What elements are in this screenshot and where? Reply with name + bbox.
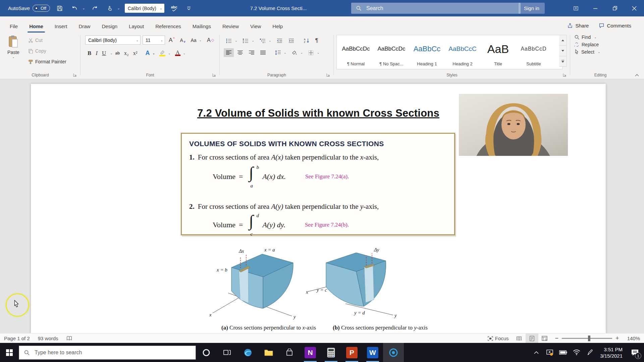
onenote-button[interactable]: N: [300, 343, 321, 362]
close-button[interactable]: [625, 0, 644, 16]
bullets-button[interactable]: ⌄: [224, 36, 239, 45]
zoom-slider-thumb[interactable]: [588, 336, 590, 341]
paragraph-dialog-launcher[interactable]: [326, 73, 330, 77]
tab-references[interactable]: References: [150, 19, 187, 33]
multilevel-list-button[interactable]: ⌄: [258, 36, 273, 45]
numbering-button[interactable]: ⌄: [241, 36, 256, 45]
web-layout-button[interactable]: [538, 334, 551, 343]
proofing-status[interactable]: [62, 334, 76, 343]
decrease-indent-button[interactable]: [275, 36, 285, 45]
task-view-button[interactable]: [217, 343, 237, 362]
tab-review[interactable]: Review: [217, 19, 245, 33]
cortana-button[interactable]: [196, 343, 217, 362]
comments-button[interactable]: Comments: [595, 21, 635, 30]
restore-button[interactable]: [605, 0, 625, 16]
undo-dropdown[interactable]: ⌄: [82, 6, 85, 10]
line-spacing-button[interactable]: ⌄: [273, 48, 288, 57]
tab-mailings[interactable]: Mailings: [187, 19, 217, 33]
ribbon-display-options-button[interactable]: [566, 0, 586, 16]
tab-help[interactable]: Help: [267, 19, 288, 33]
touch-mode-button[interactable]: [105, 3, 115, 13]
tab-design[interactable]: Design: [96, 19, 123, 33]
file-explorer-button[interactable]: [258, 343, 279, 362]
zoom-in-button[interactable]: +: [615, 334, 623, 343]
undo-button[interactable]: [69, 3, 79, 13]
style-heading2[interactable]: AaBbCcC Heading 2: [445, 37, 480, 68]
sort-button[interactable]: AZ: [302, 36, 312, 45]
justify-button[interactable]: [258, 48, 268, 57]
clipboard-dialog-launcher[interactable]: [73, 73, 77, 77]
text-effects-button[interactable]: A⌄: [144, 49, 157, 58]
tray-battery[interactable]: [556, 343, 570, 362]
clear-formatting-button[interactable]: A◇: [205, 36, 216, 44]
word-button[interactable]: W: [362, 343, 383, 362]
autosave-toggle[interactable]: AutoSave Off: [8, 5, 50, 12]
style-title[interactable]: AaB Title: [481, 37, 515, 68]
tray-sync-status[interactable]: [543, 343, 556, 362]
style-normal[interactable]: AaBbCcDc ¶ Normal: [339, 37, 373, 68]
style-no-spacing[interactable]: AaBbCcDc ¶ No Spac...: [374, 37, 409, 68]
tab-layout[interactable]: Layout: [123, 19, 150, 33]
sign-in-button[interactable]: Sign in: [519, 3, 545, 14]
powerpoint-button[interactable]: P: [341, 343, 362, 362]
font-dialog-launcher[interactable]: [212, 73, 216, 77]
italic-button[interactable]: I: [94, 49, 99, 58]
tray-wifi[interactable]: [570, 343, 583, 362]
tab-insert[interactable]: Insert: [49, 19, 73, 33]
styles-scroll-up[interactable]: [559, 35, 567, 46]
replace-button[interactable]: bc Replace: [574, 42, 631, 47]
zoom-percentage[interactable]: 140%: [623, 334, 644, 343]
share-button[interactable]: Share: [564, 21, 592, 30]
show-marks-button[interactable]: ¶: [314, 36, 320, 45]
read-mode-button[interactable]: [513, 334, 526, 343]
styles-gallery-more[interactable]: [559, 56, 567, 66]
format-painter-button[interactable]: Format Painter: [25, 57, 68, 66]
spellcheck-button[interactable]: abc: [169, 3, 179, 13]
focus-mode-button[interactable]: Focus: [484, 334, 513, 343]
align-right-button[interactable]: [247, 48, 257, 57]
start-button[interactable]: [0, 343, 19, 362]
taskbar-search-input[interactable]: [34, 349, 176, 356]
paste-dropdown[interactable]: ⌄: [5, 55, 22, 59]
zoom-out-button[interactable]: −: [551, 334, 559, 343]
align-center-button[interactable]: [235, 48, 245, 57]
microsoft-store-button[interactable]: [279, 343, 300, 362]
paste-button[interactable]: Paste ⌄: [5, 35, 22, 59]
increase-indent-button[interactable]: [286, 36, 297, 45]
superscript-button[interactable]: x²: [131, 49, 139, 57]
tray-show-hidden-icons[interactable]: [530, 343, 543, 362]
cut-button[interactable]: Cut: [25, 36, 68, 45]
screen-recorder-button[interactable]: [383, 343, 404, 362]
font-family-combobox[interactable]: Calibri (Body)⌄: [85, 36, 141, 45]
page-indicator[interactable]: Page 1 of 2: [0, 334, 34, 343]
touch-mode-dropdown[interactable]: ⌄: [117, 6, 120, 10]
print-layout-button[interactable]: [526, 334, 538, 343]
underline-dropdown[interactable]: ⌄: [110, 52, 113, 55]
save-button[interactable]: [55, 3, 65, 13]
bold-button[interactable]: B: [86, 49, 93, 58]
tab-file[interactable]: File: [4, 19, 23, 33]
search-input[interactable]: [366, 5, 494, 12]
highlight-button[interactable]: ⌄: [158, 49, 172, 57]
action-center-button[interactable]: 1: [626, 343, 644, 362]
select-button[interactable]: Select⌄: [574, 49, 631, 55]
subscript-button[interactable]: x₂: [122, 49, 130, 57]
edge-browser-button[interactable]: [237, 343, 258, 362]
redo-button[interactable]: [90, 3, 100, 13]
search-box[interactable]: [351, 3, 521, 14]
tab-draw[interactable]: Draw: [73, 19, 96, 33]
quick-font-combobox[interactable]: Calibri (Body) ⌄: [125, 4, 164, 13]
calculator-app-button[interactable]: [321, 343, 341, 362]
taskbar-clock[interactable]: 3:51 PM 3/15/2021: [597, 346, 626, 359]
font-color-button[interactable]: A ⌄: [173, 49, 187, 57]
align-left-button[interactable]: [224, 48, 234, 57]
change-case-button[interactable]: Aa⌄: [189, 37, 203, 44]
strikethrough-button[interactable]: ab: [114, 50, 121, 57]
tab-view[interactable]: View: [245, 19, 267, 33]
collapse-ribbon-button[interactable]: [635, 73, 639, 77]
shading-button[interactable]: ⌄: [289, 48, 305, 57]
tab-home[interactable]: Home: [23, 19, 49, 33]
font-size-combobox[interactable]: 11⌄: [143, 36, 165, 45]
style-heading1[interactable]: AaBbCc Heading 1: [410, 37, 444, 68]
styles-dialog-launcher[interactable]: [562, 73, 567, 77]
